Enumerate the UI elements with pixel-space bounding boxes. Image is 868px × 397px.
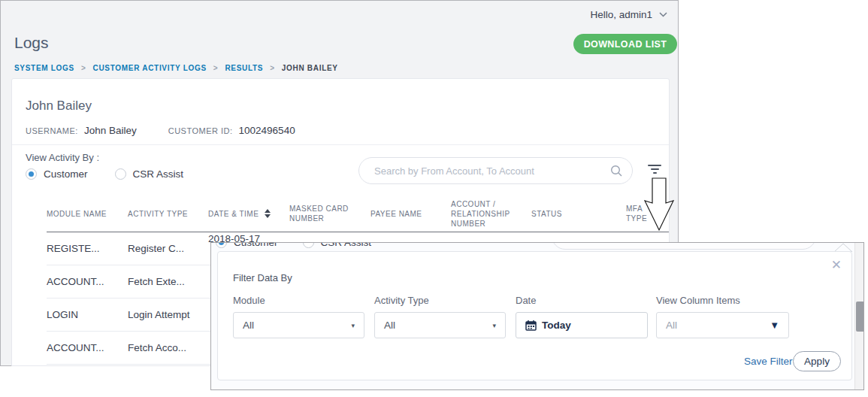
- view-activity-radio-group: Customer CSR Assist: [26, 168, 183, 180]
- view-column-items-select[interactable]: All ▼: [656, 312, 789, 338]
- view-column-items-label: View Column Items: [656, 295, 740, 306]
- cell-activity: Fetch Exte...: [128, 276, 208, 287]
- cell-module: ACCOUNT...: [47, 276, 128, 287]
- column-header-module-name: MODULE NAME: [47, 209, 128, 219]
- chevron-down-icon: [659, 12, 667, 17]
- popup-radio-label: CSR Assist: [321, 242, 372, 248]
- table-header-row: MODULE NAME ACTIVITY TYPE DATE & TIME MA…: [47, 195, 670, 232]
- breadcrumb-system-logs[interactable]: SYSTEM LOGS: [14, 64, 74, 72]
- date-label: Date: [516, 295, 536, 306]
- calendar-icon: [525, 320, 537, 331]
- filter-popup: Customer CSR Assist ✕ Filter Data By Mod…: [210, 242, 864, 390]
- username-label: USERNAME:: [26, 126, 78, 135]
- column-header-masked-card-number: MASKED CARD NUMBER: [289, 204, 370, 223]
- screenshot-stage: Hello, admin1 Logs DOWNLOAD LIST SYSTEM …: [0, 0, 868, 397]
- search-box: [358, 157, 633, 184]
- column-header-status: STATUS: [531, 209, 626, 219]
- scrollbar-thumb[interactable]: [856, 302, 864, 332]
- breadcrumb-current: JOHN BAILEY: [282, 64, 338, 72]
- cell-module: ACCOUNT...: [47, 342, 128, 353]
- search-input[interactable]: [374, 163, 600, 178]
- popup-radio-circle: [303, 242, 314, 248]
- popup-radio-label: Customer: [234, 242, 278, 248]
- apply-button[interactable]: Apply: [793, 351, 841, 371]
- cell-activity: Register C...: [128, 243, 208, 254]
- breadcrumb-separator: >: [270, 64, 275, 72]
- divider: [12, 144, 669, 145]
- annotation-arrow-down: [644, 177, 674, 232]
- filter-icon[interactable]: [647, 163, 662, 175]
- greeting-text: Hello, admin1: [590, 9, 652, 20]
- popup-scrollbar[interactable]: [854, 243, 864, 389]
- popup-radio-customer: Customer: [216, 242, 278, 248]
- cell-activity: Login Attempt: [128, 309, 208, 320]
- radio-csr-assist[interactable]: CSR Assist: [115, 168, 184, 180]
- popup-partial-search-box: [552, 242, 816, 250]
- filter-panel: ✕ Filter Data By Module Activity Type Da…: [217, 251, 852, 380]
- activity-type-select[interactable]: All ▾: [374, 312, 506, 338]
- filter-panel-title: Filter Data By: [233, 272, 292, 283]
- customer-meta: USERNAME: John Bailey CUSTOMER ID: 10024…: [26, 125, 295, 136]
- module-label: Module: [233, 295, 265, 306]
- sort-icon[interactable]: [265, 209, 271, 218]
- search-icon[interactable]: [610, 165, 623, 177]
- activity-type-select-value: All: [384, 320, 395, 331]
- column-header-payee-name: PAYEE NAME: [370, 209, 451, 219]
- column-header-account-relationship-number: ACCOUNT / RELATIONSHIP NUMBER: [451, 199, 531, 229]
- activity-type-label: Activity Type: [374, 295, 429, 306]
- cell-module: REGISTE...: [47, 243, 128, 254]
- view-column-items-value: All: [666, 320, 677, 331]
- cell-activity: Fetch Acco...: [128, 342, 208, 353]
- user-menu[interactable]: Hello, admin1: [590, 9, 667, 20]
- customer-id-label: CUSTOMER ID:: [168, 126, 233, 135]
- popup-partial-radio-row: Customer CSR Assist: [216, 242, 371, 248]
- radio-customer-circle[interactable]: [26, 168, 37, 180]
- date-picker-value: Today: [542, 320, 571, 331]
- save-filter-link[interactable]: Save Filter: [744, 356, 793, 367]
- radio-csr-assist-circle[interactable]: [115, 168, 126, 180]
- breadcrumb-separator: >: [213, 64, 219, 72]
- close-icon[interactable]: ✕: [831, 257, 842, 273]
- page-title: Logs: [14, 34, 49, 52]
- download-list-button[interactable]: DOWNLOAD LIST: [573, 34, 677, 54]
- view-activity-by-label: View Activity By :: [26, 152, 99, 163]
- column-header-activity-type: ACTIVITY TYPE: [128, 209, 208, 219]
- column-header-date-time: DATE & TIME: [208, 209, 289, 219]
- customer-id-value: 1002496540: [239, 125, 295, 136]
- cell-module: LOGIN: [47, 309, 128, 320]
- radio-customer[interactable]: Customer: [26, 168, 88, 180]
- radio-customer-label: Customer: [44, 168, 88, 180]
- breadcrumb-results[interactable]: RESULTS: [225, 64, 263, 72]
- breadcrumb-customer-activity-logs[interactable]: CUSTOMER ACTIVITY LOGS: [92, 64, 206, 72]
- module-select-value: All: [243, 320, 254, 331]
- breadcrumb: SYSTEM LOGS > CUSTOMER ACTIVITY LOGS > R…: [14, 64, 338, 72]
- popup-radio-circle: [216, 242, 227, 248]
- caret-down-icon: ▾: [351, 322, 355, 329]
- module-select[interactable]: All ▾: [233, 312, 364, 338]
- caret-down-icon: ▼: [770, 320, 779, 331]
- popup-radio-csr-assist: CSR Assist: [303, 242, 372, 248]
- radio-csr-assist-label: CSR Assist: [133, 168, 184, 180]
- date-time-label: DATE & TIME: [208, 209, 259, 219]
- breadcrumb-separator: >: [81, 64, 86, 72]
- customer-name: John Bailey: [26, 98, 92, 114]
- caret-down-icon: ▾: [492, 322, 496, 329]
- username-value: John Bailey: [84, 125, 137, 136]
- date-picker[interactable]: Today: [516, 312, 648, 338]
